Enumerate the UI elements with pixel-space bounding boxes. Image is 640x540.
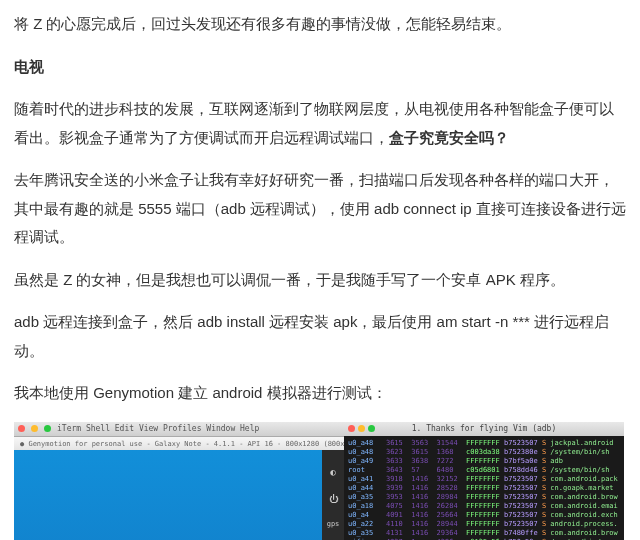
terminal-titlebar: 1. Thanks for flying Vim (adb) <box>344 422 624 437</box>
terminal-line: u0_a4 4091 1416 25664 FFFFFFFF b7523507 … <box>348 511 620 520</box>
terminal-line: u0_a35 4131 1416 29364 FFFFFFFF b7480ffe… <box>348 529 620 538</box>
terminal-line: u0_a48 3615 3563 31544 FFFFFFFF b7523507… <box>348 439 620 448</box>
para-1-bold: 盒子究竟安全吗？ <box>389 129 509 146</box>
para-3: 虽然是 Z 的女神，但是我想也可以调侃一番，于是我随手写了一个安卓 APK 程序… <box>14 266 626 295</box>
terminal-line: u0_a48 3623 3615 1368 c003da38 b752380e … <box>348 448 620 457</box>
terminal-line: u0_a35 3953 1416 28984 FFFFFFFF b7523507… <box>348 493 620 502</box>
brightness-icon[interactable]: ◐ <box>330 464 335 481</box>
terminal-line: root 3643 57 6480 c05d6801 b758dd46 S /s… <box>348 466 620 475</box>
power-icon[interactable]: ⏻ <box>329 491 338 508</box>
para-2: 去年腾讯安全送的小米盒子让我有幸好好研究一番，扫描端口后发现各种各样的端口大开，… <box>14 166 626 252</box>
para-1: 随着时代的进步科技的发展，互联网逐渐到了物联网层度，从电视使用各种智能盒子便可以… <box>14 95 626 152</box>
menubar-text: iTerm Shell Edit View Profiles Window He… <box>57 422 259 436</box>
para-4: adb 远程连接到盒子，然后 adb install 远程安装 apk，最后使用… <box>14 308 626 365</box>
terminal-body[interactable]: u0_a48 3615 3563 31544 FFFFFFFF b7523507… <box>344 436 624 541</box>
terminal-line: u0_a41 3918 1416 32152 FFFFFFFF b7523507… <box>348 475 620 484</box>
terminal-screenshot: iTerm Shell Edit View Profiles Window He… <box>14 422 624 541</box>
zoom-icon <box>368 425 375 432</box>
para-intro: 将 Z 的心愿完成后，回过头发现还有很多有趣的事情没做，怎能轻易结束。 <box>14 10 626 39</box>
emulator-screen: Your device has been pwned by <box>14 450 322 541</box>
gps-icon[interactable]: gps <box>327 518 340 531</box>
close-icon <box>348 425 355 432</box>
emulator-pane: iTerm Shell Edit View Profiles Window He… <box>14 422 344 541</box>
zoom-icon <box>44 425 51 432</box>
terminal-pane: 1. Thanks for flying Vim (adb) u0_a48 36… <box>344 422 624 541</box>
terminal-line: u0_a18 4075 1416 26284 FFFFFFFF b7523507… <box>348 502 620 511</box>
terminal-title: 1. Thanks for flying Vim (adb) <box>412 424 557 433</box>
para-1-text: 随着时代的进步科技的发展，互联网逐渐到了物联网层度，从电视使用各种智能盒子便可以… <box>14 100 614 146</box>
para-5: 我本地使用 Genymotion 建立 android 模拟器进行测试： <box>14 379 626 408</box>
heading-tv: 电视 <box>14 53 626 82</box>
terminal-line: u0_a22 4110 1416 28944 FFFFFFFF b7523507… <box>348 520 620 529</box>
minimize-icon <box>358 425 365 432</box>
emulator-menubar: iTerm Shell Edit View Profiles Window He… <box>14 422 344 437</box>
terminal-line: u0_a49 3633 3638 7272 FFFFFFFF b7bf5a0e … <box>348 457 620 466</box>
emulator-tab-label: Genymotion for personal use - Galaxy Not… <box>28 440 344 448</box>
close-icon <box>18 425 25 432</box>
terminal-line: u0_a44 3939 1416 28528 FFFFFFFF b7523507… <box>348 484 620 493</box>
minimize-icon <box>31 425 38 432</box>
emulator-side-toolbar: ◐ ⏻ gps ◎ ● <box>322 450 344 541</box>
